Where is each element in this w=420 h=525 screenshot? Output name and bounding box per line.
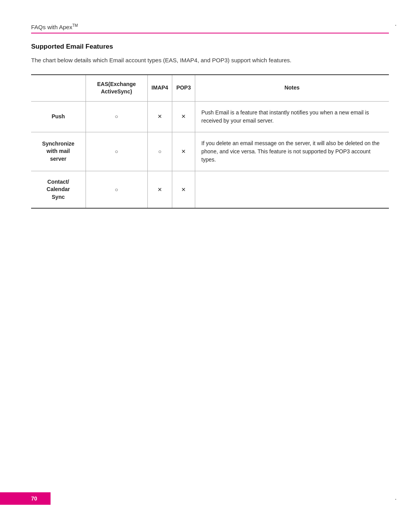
features-table: EAS(Exchange ActiveSync) IMAP4 POP3 Note…	[31, 74, 389, 209]
col-header-notes: Notes	[195, 75, 389, 102]
col-header-feature	[31, 75, 86, 102]
cell-pop3-1: ✕	[172, 132, 195, 171]
cell-feature-0: Push	[31, 101, 86, 132]
header-title: FAQs with ApexTM	[31, 23, 389, 30]
cell-imap4-0: ✕	[147, 101, 172, 132]
cell-notes-0: Push Email is a feature that instantly n…	[195, 101, 389, 132]
col-header-pop3: POP3	[172, 75, 195, 102]
cell-pop3-2: ✕	[172, 171, 195, 208]
cell-notes-2	[195, 171, 389, 208]
dot-bottom-right: .	[395, 493, 397, 502]
header-superscript: TM	[72, 23, 78, 28]
page-container: . FAQs with ApexTM Supported Email Featu…	[0, 0, 420, 525]
section-title: Supported Email Features	[31, 43, 389, 51]
section-description: The chart below details which Email acco…	[31, 56, 389, 65]
page-number-badge: 70	[0, 492, 51, 505]
table-row: Synchronize with mail server○○✕If you de…	[31, 132, 389, 171]
col-header-imap4: IMAP4	[147, 75, 172, 102]
col-header-eas: EAS(Exchange ActiveSync)	[86, 75, 147, 102]
table-header-row: EAS(Exchange ActiveSync) IMAP4 POP3 Note…	[31, 75, 389, 102]
header-section: FAQs with ApexTM	[31, 23, 389, 33]
cell-imap4-1: ○	[147, 132, 172, 171]
dot-top-right: .	[395, 19, 397, 28]
cell-eas-1: ○	[86, 132, 147, 171]
table-row: Push○✕✕Push Email is a feature that inst…	[31, 101, 389, 132]
cell-feature-2: Contact/ Calendar Sync	[31, 171, 86, 208]
cell-imap4-2: ✕	[147, 171, 172, 208]
cell-notes-1: If you delete an email message on the se…	[195, 132, 389, 171]
header-title-text: FAQs with Apex	[31, 24, 72, 30]
cell-pop3-0: ✕	[172, 101, 195, 132]
cell-eas-0: ○	[86, 101, 147, 132]
header-divider	[31, 33, 389, 33]
cell-eas-2: ○	[86, 171, 147, 208]
cell-feature-1: Synchronize with mail server	[31, 132, 86, 171]
table-row: Contact/ Calendar Sync○✕✕	[31, 171, 389, 208]
